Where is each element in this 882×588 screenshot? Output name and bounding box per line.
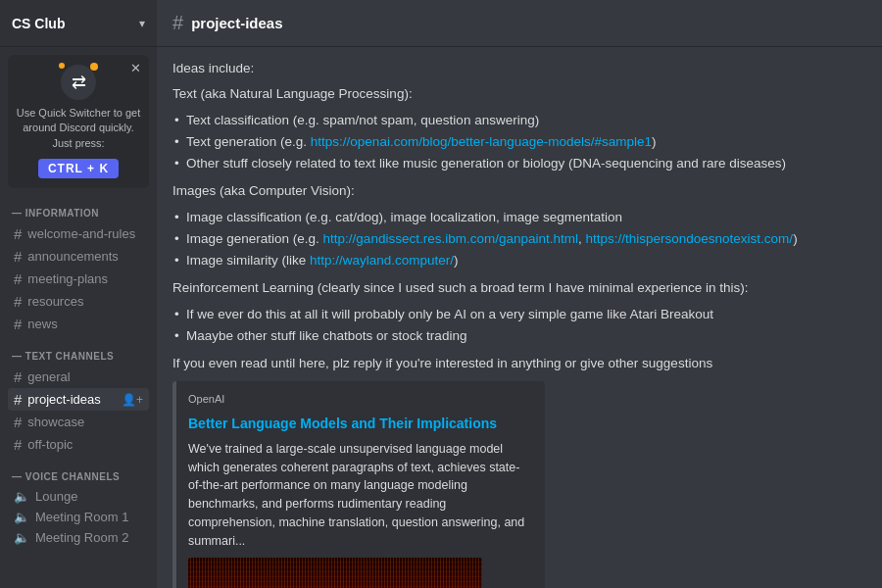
switcher-dot-left	[59, 63, 65, 69]
channel-showcase[interactable]: # showcase	[8, 411, 149, 433]
hash-icon: #	[14, 414, 22, 430]
hash-icon: #	[14, 316, 22, 332]
channel-name-label: announcements	[27, 249, 143, 264]
channel-name-label: Meeting Room 2	[35, 530, 143, 545]
embed-provider: OpenAI	[188, 391, 533, 408]
hash-icon: #	[14, 391, 22, 408]
voice-meeting-room-2[interactable]: 🔈 Meeting Room 2	[8, 527, 149, 548]
cv-section-title: Images (aka Computer Vision):	[172, 181, 866, 201]
channel-welcome-and-rules[interactable]: # welcome-and-rules	[8, 222, 149, 245]
channel-name-label: Meeting Room 1	[35, 510, 143, 524]
list-item: Maaybe other stuff like chatbots or stoc…	[172, 326, 866, 346]
channel-name-label: showcase	[27, 415, 143, 429]
voice-lounge[interactable]: 🔈 Lounge	[8, 486, 149, 507]
thisperson-link[interactable]: https://thispersondoesnotexist.com/	[586, 231, 794, 246]
information-section-label: — INFORMATION	[8, 208, 149, 219]
gandissect-link[interactable]: http://gandissect.res.ibm.com/ganpaint.h…	[323, 231, 578, 246]
list-item: If we ever do this at all it will probab…	[172, 305, 866, 324]
hash-icon: #	[14, 436, 22, 453]
channel-name-label: Lounge	[35, 489, 143, 504]
server-chevron-icon: ▾	[139, 17, 145, 30]
channel-resources[interactable]: # resources	[8, 290, 149, 313]
quick-switcher-icon: ⇄	[61, 65, 96, 100]
header-hash-icon: #	[172, 12, 183, 34]
quick-switcher-text: Use Quick Switcher to get around Discord…	[16, 106, 141, 151]
embed-card: OpenAI Better Language Models and Their …	[172, 381, 545, 588]
quick-switcher-card: ✕ ⇄ Use Quick Switcher to get around Dis…	[8, 55, 149, 188]
hash-icon: #	[14, 293, 22, 310]
nlp-section-title: Text (aka Natural Language Processing):	[172, 84, 866, 104]
speaker-icon: 🔈	[14, 489, 29, 504]
rl-section-title: Reinforcement Learning (clearly since I …	[172, 278, 866, 298]
message-intro: Ideas include:	[172, 59, 866, 78]
hash-icon: #	[14, 225, 22, 242]
voice-meeting-room-1[interactable]: 🔈 Meeting Room 1	[8, 507, 149, 527]
channel-news[interactable]: # news	[8, 313, 149, 335]
list-item: Image generation (e.g. http://gandissect…	[172, 229, 866, 249]
messages-area[interactable]: Ideas include: Text (aka Natural Languag…	[157, 47, 882, 588]
server-header[interactable]: CS Club ▾	[0, 0, 157, 47]
channel-name-label: general	[27, 369, 143, 384]
embed-image	[188, 558, 482, 588]
channel-off-topic[interactable]: # off-topic	[8, 433, 149, 456]
header-channel-name: project-ideas	[191, 15, 282, 31]
channel-name-label: project-ideas	[27, 392, 116, 407]
embed-title[interactable]: Better Language Models and Their Implica…	[188, 414, 533, 434]
embed-description: We've trained a large-scale unsupervised…	[188, 440, 533, 551]
hash-icon: #	[14, 270, 22, 287]
text-channels-section-label: — TEXT CHANNELS	[8, 351, 149, 362]
speaker-icon: 🔈	[14, 510, 29, 524]
channel-name-label: meeting-plans	[27, 271, 143, 286]
channel-announcements[interactable]: # announcements	[8, 245, 149, 268]
nlp-bullet-list: Text classification (e.g. spam/not spam,…	[172, 111, 866, 174]
switcher-dot-right	[90, 63, 98, 71]
message-closing: If you even read until here, plz reply i…	[172, 354, 866, 373]
server-name: CS Club	[12, 16, 65, 31]
embed-image-visual	[188, 558, 482, 588]
sidebar: CS Club ▾ ✕ ⇄ Use Quick Switcher to get …	[0, 0, 157, 588]
list-item: Image similarity (like http://wayland.co…	[172, 251, 866, 270]
channel-name-label: welcome-and-rules	[27, 226, 143, 241]
close-icon[interactable]: ✕	[130, 61, 141, 75]
add-user-icon: 👤+	[122, 393, 143, 407]
list-item: Other stuff closely related to text like…	[172, 154, 866, 173]
voice-channels-section: — VOICE CHANNELS 🔈 Lounge 🔈 Meeting Room…	[0, 460, 157, 552]
channel-name-label: resources	[27, 294, 143, 309]
keyboard-shortcut: CTRL + K	[38, 159, 119, 178]
channel-header: # project-ideas	[157, 0, 882, 47]
text-channels-section: — TEXT CHANNELS # general # project-idea…	[0, 339, 157, 460]
wayland-link[interactable]: http://wayland.computer/	[310, 253, 454, 268]
list-item: Image classification (e.g. cat/dog), ima…	[172, 208, 866, 227]
message-body: Ideas include: Text (aka Natural Languag…	[172, 59, 866, 588]
speaker-icon: 🔈	[14, 530, 29, 545]
openai-link[interactable]: https://openai.com/blog/better-language-…	[311, 134, 652, 149]
main-content: # project-ideas Ideas include: Text (aka…	[157, 0, 882, 588]
hash-icon: #	[14, 248, 22, 265]
list-item: Text generation (e.g. https://openai.com…	[172, 132, 866, 152]
hash-icon: #	[14, 368, 22, 385]
rl-bullet-list: If we ever do this at all it will probab…	[172, 305, 866, 347]
channel-name-label: news	[27, 317, 143, 331]
channel-project-ideas[interactable]: # project-ideas 👤+	[8, 388, 149, 411]
channel-name-label: off-topic	[27, 437, 143, 452]
cv-bullet-list: Image classification (e.g. cat/dog), ima…	[172, 208, 866, 271]
information-section: — INFORMATION # welcome-and-rules # anno…	[0, 196, 157, 339]
channel-meeting-plans[interactable]: # meeting-plans	[8, 268, 149, 290]
channel-general[interactable]: # general	[8, 366, 149, 388]
voice-channels-section-label: — VOICE CHANNELS	[8, 471, 149, 482]
list-item: Text classification (e.g. spam/not spam,…	[172, 111, 866, 130]
